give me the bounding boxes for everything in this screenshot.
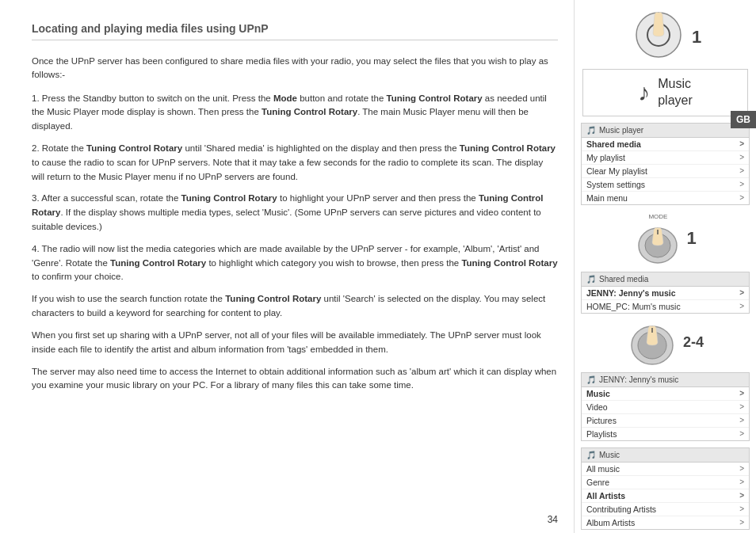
menu4-row-5: Album Artists> — [582, 516, 749, 529]
music-player-label: Music player — [658, 76, 693, 109]
music-note-icon: ♪ — [638, 79, 650, 106]
menu4-note-icon: 🎵 — [586, 451, 596, 459]
menu3-note-icon: 🎵 — [586, 375, 596, 384]
intro-text: Once the UPnP server has been configured… — [32, 55, 558, 82]
rotary-knob-illus — [634, 222, 682, 265]
menu4-row-1: All music> — [582, 463, 749, 476]
illus-3: 2-4 — [582, 320, 748, 366]
menu1-note-icon: 🎵 — [586, 126, 596, 135]
menu1-row-3: Clear My playlist> — [582, 165, 749, 178]
page-number: 34 — [548, 514, 558, 525]
menu3-row-1: Music> — [582, 387, 749, 401]
extra-text-1: If you wish to use the search function r… — [32, 292, 558, 321]
step2-text: 2. Rotate the Tuning Control Rotary unti… — [32, 143, 556, 181]
right-panel: GB 1 ♪ Music player 🎵 Music player — [574, 0, 756, 533]
power-button-illus — [629, 11, 689, 63]
steps-list: 1. Press the Standby button to switch on… — [32, 92, 558, 285]
rotary-knob-illus-2 — [627, 320, 678, 366]
menu4-row-2: Genre> — [582, 476, 749, 489]
page-title: Locating and playing media files using U… — [32, 22, 558, 40]
step-1: 1. Press the Standby button to switch on… — [32, 92, 558, 134]
menu-panel-3: 🎵 JENNY: Jenny's music Music> Video> Pic… — [581, 372, 750, 441]
menu4-row-3: All Artists> — [582, 489, 749, 503]
menu4-header: 🎵 Music — [582, 448, 749, 463]
menu2-row-2: HOME_PC: Mum's music> — [582, 300, 749, 313]
illus3-number: 2-4 — [683, 334, 704, 351]
gb-badge: GB — [731, 111, 756, 128]
menu-panel-4: 🎵 Music All music> Genre> All Artists> C… — [581, 447, 750, 530]
step-2: 2. Rotate the Tuning Control Rotary unti… — [32, 142, 558, 184]
menu2-note-icon: 🎵 — [586, 275, 596, 284]
illus2-number: 1 — [686, 228, 696, 249]
menu1-row-2: My playlist> — [582, 151, 749, 165]
menu-panel-2: 🎵 Shared media JENNY: Jenny's music> HOM… — [581, 272, 750, 314]
menu1-row-5: Main menu> — [582, 192, 749, 204]
mode-label: MODE — [648, 213, 667, 220]
menu1-row-1: Shared media> — [582, 138, 749, 151]
menu3-header: 🎵 JENNY: Jenny's music — [582, 373, 749, 387]
step-4: 4. The radio will now list the media cat… — [32, 242, 558, 284]
extra-text-2: When you first set up sharing with a UPn… — [32, 329, 558, 357]
step1-num: 1. Press the Standby button to switch on… — [32, 93, 547, 131]
music-player-box: ♪ Music player — [582, 69, 748, 116]
step4-text: 4. The radio will now list the media cat… — [32, 244, 558, 282]
illus-1: 1 — [581, 11, 750, 63]
step3-text: 3. After a successful scan, rotate the T… — [32, 193, 544, 231]
menu1-header: 🎵 Music player — [582, 124, 749, 138]
illus1-number: 1 — [692, 27, 701, 48]
menu2-header: 🎵 Shared media — [582, 272, 749, 287]
main-content: Locating and playing media files using U… — [0, 0, 574, 533]
menu3-row-3: Pictures> — [582, 414, 749, 428]
extra-text-3: The server may also need time to access … — [32, 365, 558, 394]
step-3: 3. After a successful scan, rotate the T… — [32, 192, 558, 234]
menu-panel-1: 🎵 Music player Shared media> My playlist… — [581, 123, 750, 205]
menu3-row-2: Video> — [582, 401, 749, 414]
menu4-row-4: Contributing Artists> — [582, 503, 749, 516]
menu2-row-1: JENNY: Jenny's music> — [582, 287, 749, 300]
menu1-row-4: System settings> — [582, 178, 749, 192]
menu3-row-4: Playlists> — [582, 428, 749, 440]
illus-2: MODE 1 — [582, 211, 748, 265]
